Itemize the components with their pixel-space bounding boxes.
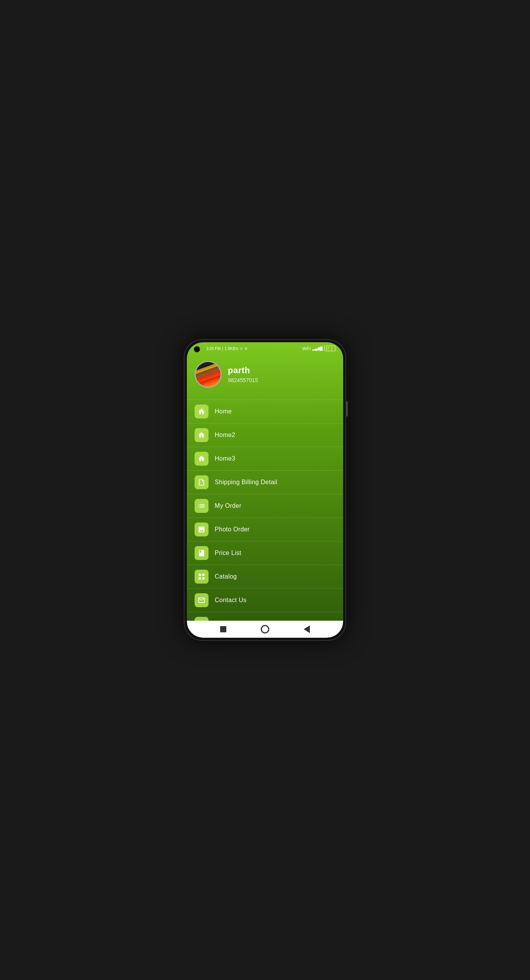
home2-icon xyxy=(198,431,205,439)
photo-icon xyxy=(198,526,205,533)
photo-label: Photo Order xyxy=(215,526,250,533)
signal-icon: ▂▄▆█ xyxy=(312,347,323,350)
battery-icon: 67⚡ xyxy=(324,346,335,351)
status-speed: 1.8KB/s xyxy=(225,347,238,351)
home3-icon xyxy=(198,455,205,463)
menu-item-shipping[interactable]: Shipping Billing Detail xyxy=(187,470,343,494)
location-icon: ⊛ xyxy=(244,347,248,350)
phone-device: 3:26 PM | 1.8KB/s ⊙ ⊛ WiFi ▂▄▆█ 67⚡ xyxy=(184,339,346,641)
status-separator: | xyxy=(222,347,223,351)
order-icon xyxy=(198,502,205,510)
status-bar: 3:26 PM | 1.8KB/s ⊙ ⊛ WiFi ▂▄▆█ 67⚡ xyxy=(187,342,343,353)
menu-item-home[interactable]: Home xyxy=(187,400,343,423)
profile-name: parth xyxy=(228,365,258,376)
sync-icon: ⊙ xyxy=(240,347,243,350)
catalog-label: Catalog xyxy=(215,573,237,580)
back-button[interactable] xyxy=(301,624,312,635)
home3-label: Home3 xyxy=(215,455,235,462)
avatar xyxy=(195,361,222,388)
menu-item-logout[interactable]: Logout xyxy=(187,612,343,621)
price-label: Price List xyxy=(215,550,241,557)
logout-icon-box xyxy=(195,617,209,621)
status-left: 3:26 PM | 1.8KB/s ⊙ ⊛ xyxy=(206,347,248,351)
triangle-icon xyxy=(304,625,310,633)
shipping-icon xyxy=(198,478,205,486)
price-icon-box xyxy=(195,546,209,560)
menu-item-price-list[interactable]: Price List xyxy=(187,541,343,565)
menu-item-catalog[interactable]: Catalog xyxy=(187,565,343,588)
order-icon-box xyxy=(195,499,209,513)
home-label: Home xyxy=(215,408,232,415)
status-right: WiFi ▂▄▆█ 67⚡ xyxy=(302,346,335,351)
status-time: 3:26 PM xyxy=(206,347,221,351)
order-label: My Order xyxy=(215,502,241,509)
camera-hole xyxy=(194,346,200,352)
wifi-icon: WiFi xyxy=(302,346,311,351)
menu-list: Home Home2 Home3 Shippi xyxy=(187,400,343,621)
home3-icon-box xyxy=(195,452,209,466)
home-icon-box xyxy=(195,405,209,418)
phone-screen: 3:26 PM | 1.8KB/s ⊙ ⊛ WiFi ▂▄▆█ 67⚡ xyxy=(187,342,343,638)
catalog-icon-box xyxy=(195,570,209,584)
shipping-label: Shipping Billing Detail xyxy=(215,479,277,486)
bottom-nav xyxy=(187,621,343,638)
menu-item-home2[interactable]: Home2 xyxy=(187,423,343,447)
circle-icon xyxy=(261,625,269,633)
recent-apps-button[interactable] xyxy=(218,624,229,635)
home2-label: Home2 xyxy=(215,432,235,439)
menu-item-home3[interactable]: Home3 xyxy=(187,447,343,470)
menu-item-photo-order[interactable]: Photo Order xyxy=(187,517,343,541)
square-icon xyxy=(220,626,226,632)
contact-icon-box xyxy=(195,593,209,607)
home-button[interactable] xyxy=(260,624,270,635)
menu-item-contact-us[interactable]: Contact Us xyxy=(187,588,343,612)
shipping-icon-box xyxy=(195,475,209,489)
grid-icon xyxy=(198,573,205,580)
home2-icon-box xyxy=(195,428,209,442)
profile-info: parth 9824557015 xyxy=(228,365,258,383)
photo-icon-box xyxy=(195,522,209,536)
contact-label: Contact Us xyxy=(215,597,246,604)
book-icon xyxy=(198,549,205,557)
profile-phone: 9824557015 xyxy=(228,377,258,383)
profile-section: parth 9824557015 xyxy=(187,353,343,400)
menu-item-my-order[interactable]: My Order xyxy=(187,494,343,517)
contact-icon xyxy=(198,596,205,604)
home-icon xyxy=(198,408,205,415)
